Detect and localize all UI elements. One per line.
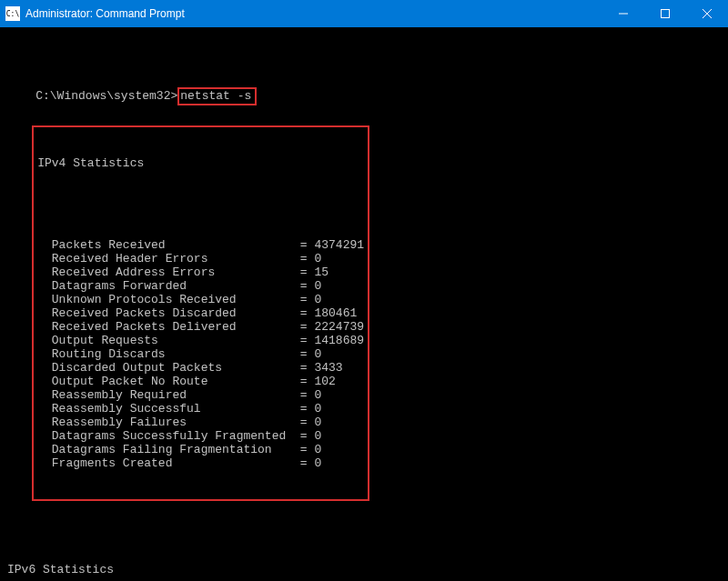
ipv6-header: IPv6 Statistics xyxy=(7,563,721,576)
ipv4-header: IPv4 Statistics xyxy=(37,156,364,170)
stat-row: Reassembly Successful = 0 xyxy=(37,402,364,416)
prompt-line: C:\Windows\system32>netstat -s xyxy=(35,87,257,105)
stat-row: Datagrams Forwarded = 0 xyxy=(37,279,364,293)
stat-row: Unknown Protocols Received = 0 xyxy=(37,293,364,306)
command-text: netstat -s xyxy=(180,89,251,103)
stat-row: Datagrams Successfully Fragmented = 0 xyxy=(37,429,364,443)
close-button[interactable] xyxy=(686,0,728,27)
terminal-output[interactable]: C:\Windows\system32>netstat -s IPv4 Stat… xyxy=(0,27,728,581)
stat-row: Packets Received = 4374291 xyxy=(37,238,364,252)
ipv4-highlight-box: IPv4 Statistics Packets Received = 43742… xyxy=(32,125,369,501)
titlebar[interactable]: C:\ Administrator: Command Prompt xyxy=(0,0,728,27)
prompt-path: C:\Windows\system32> xyxy=(35,89,177,103)
ipv4-rows: Packets Received = 4374291 Received Head… xyxy=(37,238,364,470)
blank-line xyxy=(37,197,364,211)
stat-row: Reassembly Failures = 0 xyxy=(37,416,364,429)
ipv6-section: IPv6 Statistics Packets Received = 359 R… xyxy=(7,536,721,581)
stat-row: Output Packet No Route = 102 xyxy=(37,375,364,388)
cmd-icon: C:\ xyxy=(5,6,20,21)
stat-row: Received Packets Delivered = 2224739 xyxy=(37,320,364,334)
minimize-button[interactable] xyxy=(602,0,644,27)
stat-row: Datagrams Failing Fragmentation = 0 xyxy=(37,443,364,456)
window-controls xyxy=(602,0,728,27)
stat-row: Fragments Created = 0 xyxy=(37,456,364,470)
stat-row: Discarded Output Packets = 3433 xyxy=(37,361,364,375)
stat-row: Received Packets Discarded = 180461 xyxy=(37,306,364,320)
stat-row: Reassembly Required = 0 xyxy=(37,388,364,402)
command-highlight-box: netstat -s xyxy=(177,87,257,105)
blank-line xyxy=(7,60,721,74)
stat-row: Received Header Errors = 0 xyxy=(37,252,364,265)
svg-rect-1 xyxy=(662,10,670,18)
command-prompt-window: C:\ Administrator: Command Prompt C:\Win… xyxy=(0,0,728,581)
stat-row: Output Requests = 1418689 xyxy=(37,334,364,347)
maximize-button[interactable] xyxy=(644,0,686,27)
window-title: Administrator: Command Prompt xyxy=(25,7,602,20)
stat-row: Routing Discards = 0 xyxy=(37,347,364,361)
stat-row: Received Address Errors = 15 xyxy=(37,265,364,279)
